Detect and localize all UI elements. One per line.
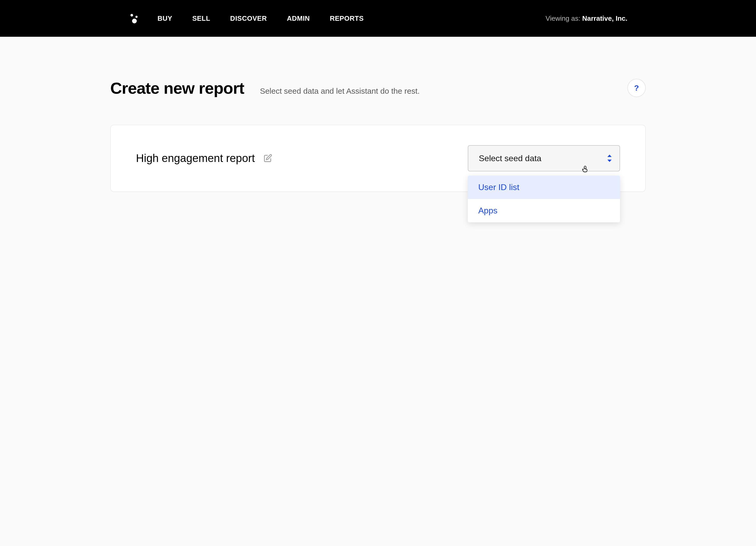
dropdown-option-user-id-list[interactable]: User ID list bbox=[468, 176, 620, 199]
seed-data-select[interactable]: Select seed data bbox=[468, 145, 620, 171]
top-nav-bar: BUY SELL DISCOVER ADMIN REPORTS Viewing … bbox=[0, 0, 756, 37]
svg-point-0 bbox=[130, 14, 133, 17]
svg-point-2 bbox=[132, 19, 137, 23]
page-header: Create new report Select seed data and l… bbox=[110, 37, 646, 97]
nav-admin[interactable]: ADMIN bbox=[287, 14, 310, 23]
brand-logo-icon[interactable] bbox=[129, 13, 139, 24]
report-name-wrap: High engagement report bbox=[136, 152, 272, 165]
nav-buy[interactable]: BUY bbox=[157, 14, 172, 23]
report-name-label: High engagement report bbox=[136, 152, 255, 165]
viewing-as-label: Viewing as: bbox=[545, 14, 582, 22]
dropdown-option-apps[interactable]: Apps bbox=[468, 199, 620, 222]
seed-data-select-wrap: Select seed data User ID list Apps bbox=[468, 145, 620, 171]
help-button[interactable]: ? bbox=[627, 79, 646, 97]
nav-sell[interactable]: SELL bbox=[192, 14, 210, 23]
report-card: High engagement report Select seed data … bbox=[110, 125, 646, 192]
svg-point-1 bbox=[135, 16, 138, 18]
edit-icon[interactable] bbox=[263, 154, 272, 163]
viewing-as-org: Narrative, Inc. bbox=[582, 14, 627, 22]
primary-nav: BUY SELL DISCOVER ADMIN REPORTS bbox=[157, 14, 364, 23]
nav-reports[interactable]: REPORTS bbox=[330, 14, 364, 23]
nav-discover[interactable]: DISCOVER bbox=[230, 14, 267, 23]
seed-data-select-label: Select seed data bbox=[479, 154, 541, 163]
select-stepper-icon bbox=[607, 155, 612, 162]
page-subtitle: Select seed data and let Assistant do th… bbox=[260, 87, 420, 96]
viewing-as-indicator[interactable]: Viewing as: Narrative, Inc. bbox=[545, 14, 627, 23]
seed-data-dropdown: User ID list Apps bbox=[468, 176, 620, 222]
page-title: Create new report bbox=[110, 79, 244, 97]
